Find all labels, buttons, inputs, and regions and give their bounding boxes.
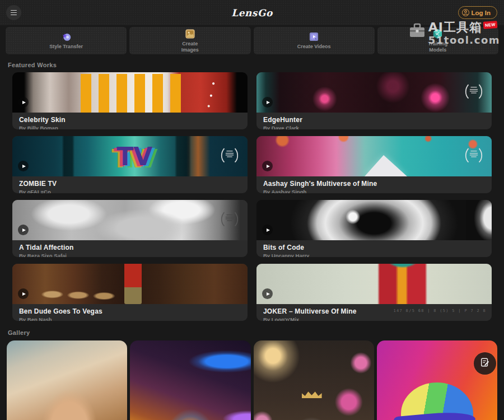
work-thumbnail xyxy=(12,200,248,240)
work-card-bits-of-code[interactable]: Bits of Code By Uncanny Harry xyxy=(256,200,492,257)
gallery-item-crowned-cat[interactable] xyxy=(254,340,374,420)
gallery-item-neon-facepaint[interactable] xyxy=(130,340,250,420)
login-label: Log In xyxy=(472,10,491,16)
work-author: By Billy Boman xyxy=(19,125,241,129)
gallery-item-beach-portrait[interactable] xyxy=(7,340,127,420)
work-title: Aashay Singh's Multiverse of Mine xyxy=(263,180,485,188)
create-videos-button[interactable]: Create Videos xyxy=(254,27,375,54)
login-button[interactable]: Log In xyxy=(458,6,498,19)
watermark-line1: AI工具箱 xyxy=(428,21,482,34)
award-laurel-icon xyxy=(463,82,484,102)
work-info: Ben Dude Goes To Vegas By Ben Nash xyxy=(12,304,248,321)
faint-stats-text: 147 8/5 68 | 8 (5) 5 | P 7 2 8 xyxy=(394,309,486,313)
work-title: Ben Dude Goes To Vegas xyxy=(19,307,241,315)
feature-label: Create Videos xyxy=(297,44,331,50)
work-title: Celebrity Skin xyxy=(19,116,241,124)
work-author: By Reza Sixo Safai xyxy=(19,253,241,257)
feature-label: Create Images xyxy=(173,41,207,53)
work-author: By Uncanny Harry xyxy=(263,253,485,257)
play-icon[interactable] xyxy=(18,161,29,171)
work-card-joker-multiverse[interactable]: JOKER – Multiverse Of Mine By Loop'n'Mix… xyxy=(256,264,492,321)
work-thumbnail xyxy=(256,136,492,176)
gallery-title: Gallery xyxy=(8,329,504,336)
featured-works-grid: Celebrity Skin By Billy Boman EdgeHunter… xyxy=(12,72,492,321)
new-badge: NEW xyxy=(483,21,498,29)
work-info: Bits of Code By Uncanny Harry xyxy=(256,240,492,257)
user-icon xyxy=(462,9,469,16)
tv-overlay-text: TV xyxy=(116,144,152,169)
style-transfer-button[interactable]: Style Transfer xyxy=(6,27,127,54)
video-play-icon xyxy=(309,31,319,42)
play-icon[interactable] xyxy=(18,225,29,235)
play-icon[interactable] xyxy=(262,161,273,171)
toolbox-icon xyxy=(409,22,426,40)
watermark-line2: 51tool.com xyxy=(428,34,500,46)
watermark-text: AI工具箱 NEW 51tool.com xyxy=(428,21,500,46)
work-info: EdgeHunter By Dave Clark xyxy=(256,113,492,129)
work-author: By Ben Nash xyxy=(19,316,241,321)
work-card-aashay-multiverse[interactable]: Aashay Singh's Multiverse of Mine By Aas… xyxy=(256,136,492,193)
work-title: EdgeHunter xyxy=(263,116,485,124)
app-logo: LensGo xyxy=(231,7,273,18)
work-thumbnail: TV xyxy=(12,136,248,176)
play-icon[interactable] xyxy=(262,97,273,108)
create-images-button[interactable]: Create Images xyxy=(129,27,250,54)
site-watermark: AI工具箱 NEW 51tool.com xyxy=(409,21,500,46)
gallery-grid xyxy=(7,340,497,420)
crown-shape xyxy=(302,391,322,398)
work-info: Celebrity Skin By Billy Boman xyxy=(12,113,248,129)
work-card-celebrity-skin[interactable]: Celebrity Skin By Billy Boman xyxy=(12,72,248,129)
image-icon xyxy=(185,29,195,39)
award-laurel-icon xyxy=(463,146,484,166)
work-author: By Loop'n'Mix xyxy=(263,316,485,321)
work-author: By Dave Clark xyxy=(263,125,485,129)
work-card-tidal-affection[interactable]: A Tidal Affection By Reza Sixo Safai xyxy=(12,200,248,257)
hamburger-icon xyxy=(11,10,17,11)
work-title: A Tidal Affection xyxy=(19,244,241,251)
work-title: ZOMBIE TV xyxy=(19,180,241,188)
work-thumbnail xyxy=(12,264,248,304)
gallery-item-rainbow-cap[interactable] xyxy=(377,340,497,420)
work-thumbnail xyxy=(12,72,248,113)
menu-button[interactable] xyxy=(6,5,21,20)
work-thumbnail xyxy=(256,200,492,240)
play-icon[interactable] xyxy=(262,288,273,299)
award-laurel-icon xyxy=(219,146,240,166)
work-title: Bits of Code xyxy=(263,244,485,251)
work-card-zombie-tv[interactable]: TV ZOMBIE TV By oFAL≡Co xyxy=(12,136,248,193)
work-thumbnail xyxy=(256,264,492,304)
note-edit-icon xyxy=(480,357,490,370)
work-author: By Aashay Singh xyxy=(263,189,485,193)
play-icon[interactable] xyxy=(18,97,29,108)
work-info: JOKER – Multiverse Of Mine By Loop'n'Mix… xyxy=(256,304,492,321)
featured-works-title: Featured Works xyxy=(8,62,504,68)
award-laurel-icon xyxy=(219,210,240,230)
work-info: A Tidal Affection By Reza Sixo Safai xyxy=(12,240,248,257)
work-author: By oFAL≡Co xyxy=(19,189,241,193)
work-card-edgehunter[interactable]: EdgeHunter By Dave Clark xyxy=(256,72,492,129)
play-icon[interactable] xyxy=(18,288,29,299)
feature-label: Style Transfer xyxy=(49,44,83,50)
magic-wand-icon xyxy=(60,31,72,42)
work-card-ben-dude-vegas[interactable]: Ben Dude Goes To Vegas By Ben Nash xyxy=(12,264,248,321)
play-icon[interactable] xyxy=(262,225,273,235)
work-info: ZOMBIE TV By oFAL≡Co xyxy=(12,176,248,193)
work-thumbnail xyxy=(256,72,492,113)
work-info: Aashay Singh's Multiverse of Mine By Aas… xyxy=(256,176,492,193)
feedback-note-button[interactable] xyxy=(474,352,496,375)
